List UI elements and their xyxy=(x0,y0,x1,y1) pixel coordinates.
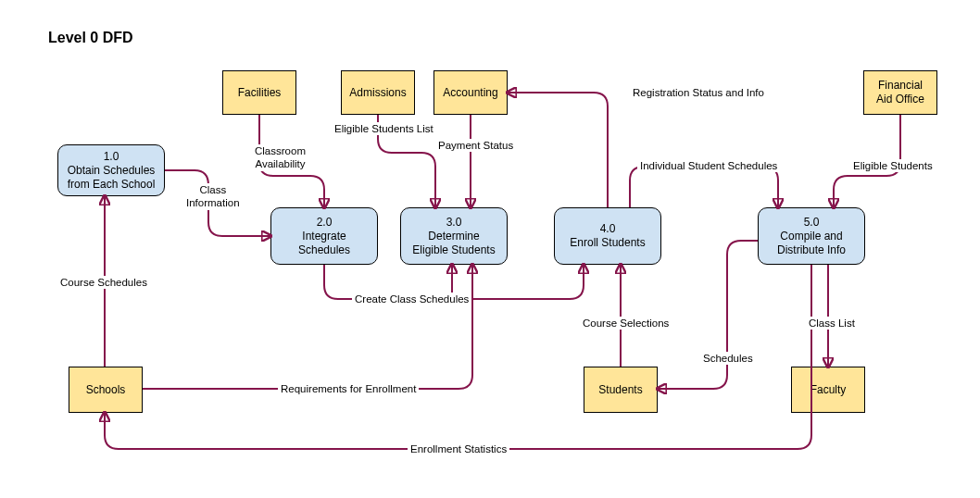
flow-label: Registration Status and Info xyxy=(630,86,767,99)
process-label: Determine Eligible Students xyxy=(412,230,495,257)
process-1: 1.0 Obtain Schedules from Each School xyxy=(57,144,165,196)
process-num: 4.0 xyxy=(600,222,616,236)
flow-label: Course Schedules xyxy=(57,276,150,289)
flow-label: Create Class Schedules xyxy=(352,293,471,305)
entity-students: Students xyxy=(584,367,658,413)
flow-label: Schedules xyxy=(700,352,756,365)
flow-label: Individual Student Schedules xyxy=(637,159,780,172)
flow-label: Classroom Availability xyxy=(252,144,308,171)
process-num: 2.0 xyxy=(317,216,333,230)
flow-label: Requirements for Enrollment xyxy=(278,382,419,395)
flow-label: Enrollment Statistics xyxy=(408,442,509,455)
diagram-title: Level 0 DFD xyxy=(48,30,133,46)
entity-accounting: Accounting xyxy=(433,70,508,115)
flow-label: Eligible Students xyxy=(850,159,936,172)
process-label: Obtain Schedules from Each School xyxy=(68,164,156,192)
process-4: 4.0 Enroll Students xyxy=(554,207,661,265)
flow-label: Class Information xyxy=(183,183,243,210)
entity-facilities: Facilities xyxy=(222,70,296,115)
process-num: 5.0 xyxy=(804,216,820,230)
flow-label: Eligible Students List xyxy=(332,122,436,135)
process-5: 5.0 Compile and Distribute Info xyxy=(758,207,865,265)
process-num: 1.0 xyxy=(104,150,119,164)
entity-schools: Schools xyxy=(69,367,143,413)
flow-label: Course Selections xyxy=(580,317,672,330)
entity-admissions: Admissions xyxy=(341,70,415,115)
entity-financial-aid: Financial Aid Office xyxy=(863,70,937,115)
process-label: Enroll Students xyxy=(570,236,645,250)
process-3: 3.0 Determine Eligible Students xyxy=(400,207,508,265)
entity-faculty: Faculty xyxy=(791,367,865,413)
process-label: Compile and Distribute Info xyxy=(777,230,846,257)
process-2: 2.0 Integrate Schedules xyxy=(270,207,378,265)
process-label: Integrate Schedules xyxy=(298,230,350,257)
flow-label: Payment Status xyxy=(435,139,516,152)
flow-label: Class List xyxy=(806,317,858,330)
process-num: 3.0 xyxy=(446,216,462,230)
